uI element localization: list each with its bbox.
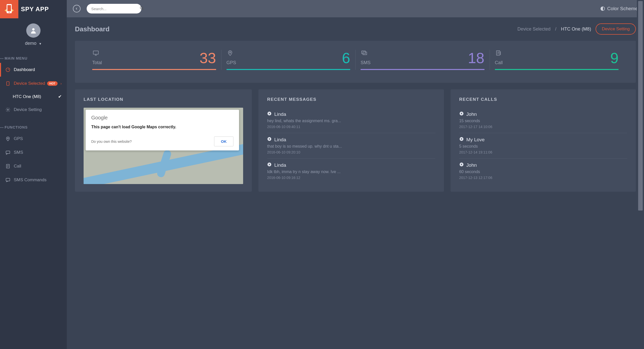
menu-section-functions: FUNCTIONS xyxy=(0,123,67,132)
list-item-head: My Love xyxy=(459,137,627,143)
sidebar-item-gps[interactable]: GPS xyxy=(0,132,67,146)
contact-name: My Love xyxy=(466,137,485,143)
device-icon xyxy=(5,81,11,86)
breadcrumb-separator: / xyxy=(555,26,556,32)
pin-icon xyxy=(5,136,11,142)
svg-rect-15 xyxy=(362,51,365,54)
brand-text: SPY APP xyxy=(21,6,49,13)
nav-label: SMS xyxy=(14,150,23,155)
contact-name: Linda xyxy=(274,162,286,168)
map-box[interactable]: Google This page can't load Google Maps … xyxy=(84,108,243,184)
sidebar-item-sms-commands[interactable]: SMS Commands xyxy=(0,173,67,187)
map-error-text: This page can't load Google Maps correct… xyxy=(91,124,233,130)
list-item[interactable]: Lindathat boy is so messed up. why dnt u… xyxy=(267,133,435,159)
calls-list: John15 seconds2017-12-17 14:10:06My Love… xyxy=(459,108,627,184)
call-duration: 5 seconds xyxy=(459,144,627,149)
username-dropdown[interactable]: demo ▼ xyxy=(0,41,67,46)
arrow-right-icon xyxy=(267,162,274,168)
list-item-head: John xyxy=(459,111,627,117)
back-button[interactable] xyxy=(73,5,81,12)
svg-point-6 xyxy=(7,109,9,110)
arrow-left-icon xyxy=(459,137,466,143)
svg-rect-10 xyxy=(6,178,10,181)
arrow-right-icon xyxy=(267,137,274,143)
stat-value: 6 xyxy=(342,51,350,65)
stat-label: GPS xyxy=(227,60,236,65)
sidebar-item-sms[interactable]: SMS xyxy=(0,146,67,159)
message-time: 2016-06-10 09:40:11 xyxy=(267,125,435,129)
panel-recent-calls: RECENT CALLS John15 seconds2017-12-17 14… xyxy=(451,89,636,192)
map-error-dialog: Google This page can't load Google Maps … xyxy=(86,110,239,150)
panel-recent-messages: RECENT MESSAGES Lindahey lind, whats the… xyxy=(258,89,444,192)
svg-rect-16 xyxy=(363,52,367,55)
stat-label: Call xyxy=(495,60,503,65)
sidebar-item-dashboard[interactable]: Dashboard xyxy=(0,63,67,77)
avatar[interactable] xyxy=(26,23,41,38)
messages-list: Lindahey lind, whats the assignment ms. … xyxy=(267,108,435,184)
list-item[interactable]: My Love5 seconds2017-12-14 19:11:06 xyxy=(459,133,627,159)
sidebar-item-call[interactable]: Call xyxy=(0,159,67,173)
svg-point-7 xyxy=(7,138,8,139)
scrollbar-track[interactable] xyxy=(637,0,644,349)
call-duration: 60 seconds xyxy=(459,170,627,174)
contact-name: John xyxy=(466,111,477,117)
sidebar-item-device-selected[interactable]: Device Selected HOT › xyxy=(0,77,67,90)
panel-last-location: LAST LOCATION Google This page can't loa… xyxy=(75,89,252,192)
stats-card: Total 33 GPS 6 xyxy=(75,41,636,83)
message-preview: hey lind, whats the assignment ms. gra..… xyxy=(267,119,435,123)
list-item[interactable]: Lindahey lind, whats the assignment ms. … xyxy=(267,108,435,133)
svg-point-3 xyxy=(32,28,34,31)
check-icon: ✔ xyxy=(58,94,62,99)
color-scheme-toggle[interactable]: Color Scheme xyxy=(600,6,638,11)
sidebar-item-device-setting[interactable]: Device Setting xyxy=(0,103,67,117)
main-area: Color Scheme Dashboard Device Selected /… xyxy=(67,0,644,349)
nav-label: SMS Commands xyxy=(14,177,46,183)
content: Total 33 GPS 6 xyxy=(67,41,644,349)
logo-area: SPY APP xyxy=(0,0,67,18)
svg-rect-8 xyxy=(6,151,10,153)
list-item-head: Linda xyxy=(267,111,435,117)
stat-call: Call 9 xyxy=(490,50,624,70)
call-time: 2017-12-14 19:11:06 xyxy=(459,150,627,154)
svg-rect-5 xyxy=(7,82,9,86)
svg-rect-13 xyxy=(93,51,98,54)
panel-title: LAST LOCATION xyxy=(84,97,243,102)
nav-label: Device Setting xyxy=(14,107,42,112)
message-preview: Idk tbh, imma try n stay away now. Ive .… xyxy=(267,170,435,174)
device-setting-button[interactable]: Device Setting xyxy=(596,23,636,35)
username-label: demo xyxy=(25,41,36,46)
nav-label: GPS xyxy=(14,136,23,141)
list-item[interactable]: John60 seconds2017-12-13 12:17:06 xyxy=(459,159,627,184)
page-header: Dashboard Device Selected / HTC One (M8)… xyxy=(67,17,644,41)
call-time: 2017-12-17 14:10:06 xyxy=(459,125,627,129)
menu-section-main: MAIN MENU xyxy=(0,54,67,63)
nav-label: Device Selected xyxy=(14,81,45,86)
scrollbar-thumb[interactable] xyxy=(638,1,643,211)
message-preview: that boy is so messed up. why dnt u sta.… xyxy=(267,144,435,149)
chat-icon xyxy=(361,50,371,57)
list-item[interactable]: John15 seconds2017-12-17 14:10:06 xyxy=(459,108,627,133)
color-scheme-label: Color Scheme xyxy=(607,6,638,11)
list-item[interactable]: LindaIdk tbh, imma try n stay away now. … xyxy=(267,159,435,184)
nav-label: HTC One (M8) xyxy=(13,94,41,99)
svg-rect-1 xyxy=(7,5,11,11)
call-duration: 15 seconds xyxy=(459,119,627,123)
stat-value: 18 xyxy=(468,51,484,65)
sidebar-subitem-device[interactable]: HTC One (M8) ✔ xyxy=(0,90,67,103)
map-ok-button[interactable]: OK xyxy=(214,136,234,146)
contact-name: Linda xyxy=(274,111,286,117)
stat-gps: GPS 6 xyxy=(221,50,356,70)
dashboard-icon xyxy=(5,67,11,73)
sidebar: SPY APP demo ▼ MAIN MENU Dashboard Devic… xyxy=(0,0,67,349)
search-icon[interactable] xyxy=(140,6,144,11)
svg-point-14 xyxy=(229,52,231,53)
user-area: demo ▼ xyxy=(0,18,67,54)
arrow-right-icon xyxy=(267,111,274,117)
list-item-head: John xyxy=(459,162,627,168)
contact-name: Linda xyxy=(274,137,286,143)
panels-row: LAST LOCATION Google This page can't loa… xyxy=(75,89,636,192)
search-input[interactable] xyxy=(91,7,140,11)
chat2-icon xyxy=(5,177,11,183)
svg-point-2 xyxy=(9,12,10,13)
contact-name: John xyxy=(466,162,477,168)
